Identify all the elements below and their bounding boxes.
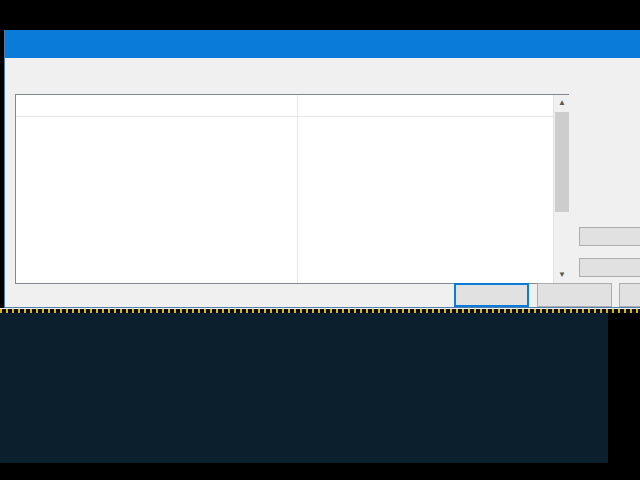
mt4-window: ▲ ▼ bbox=[0, 0, 640, 480]
column-divider[interactable] bbox=[297, 95, 298, 283]
main-chart-strip bbox=[0, 0, 640, 30]
table-scrollbar[interactable]: ▲ ▼ bbox=[553, 95, 569, 283]
indicator-plot bbox=[3, 332, 608, 463]
scroll-thumb[interactable] bbox=[555, 112, 569, 212]
help-button[interactable] bbox=[617, 35, 637, 53]
ok-button[interactable] bbox=[454, 283, 529, 307]
scroll-down-icon[interactable]: ▼ bbox=[554, 267, 570, 283]
param-table: ▲ ▼ bbox=[15, 94, 569, 284]
reset-button[interactable] bbox=[619, 283, 640, 307]
dialog-titlebar[interactable] bbox=[5, 30, 640, 58]
scroll-up-icon[interactable]: ▲ bbox=[554, 95, 570, 111]
custom-indicator-dialog: ▲ ▼ bbox=[4, 30, 640, 308]
save-button[interactable] bbox=[579, 258, 640, 277]
time-axis bbox=[0, 463, 640, 480]
param-table-header bbox=[16, 95, 568, 117]
indicator-plot-svg bbox=[3, 332, 608, 463]
load-button[interactable] bbox=[579, 227, 640, 246]
cancel-button[interactable] bbox=[537, 283, 612, 307]
indicator-subwindow bbox=[0, 313, 640, 480]
indicator-scale bbox=[608, 313, 640, 463]
main-chart-gridlines bbox=[0, 0, 640, 30]
